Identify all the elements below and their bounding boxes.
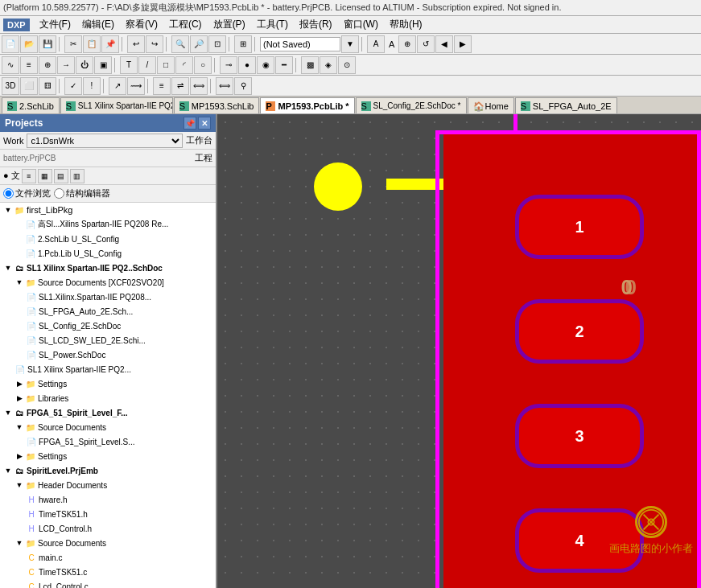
tree-item-source-docs-sl1[interactable]: ▼ 📁 Source Documents [XCF02SVO20] (0, 275, 216, 290)
inspect-btn[interactable]: ⚲ (234, 77, 252, 95)
tree-item-spartan-pq208[interactable]: 📄 高Sl...Xilins Spartan-IIE PQ208 Re... (0, 217, 216, 232)
measure-btn[interactable]: ⟺ (216, 77, 233, 95)
forward-btn[interactable]: ▶ (454, 35, 472, 53)
fill-btn[interactable]: ▩ (301, 56, 319, 74)
tab-sl-config[interactable]: S SL_Config_2E.SchDoc * (356, 97, 467, 113)
tree-item-first-libpkg[interactable]: ▼ 📁 first_LibPkg (0, 203, 216, 217)
menu-tools[interactable]: 工具(T) (252, 16, 293, 33)
cross-btn[interactable]: ⊕ (398, 35, 416, 53)
tree-item-lcd-control-h[interactable]: H LCD_Control.h (0, 521, 216, 536)
track-btn[interactable]: ━ (275, 56, 293, 74)
tree-item-fpga-sch[interactable]: 📄 SL_FPGA_Auto_2E.Sch... (0, 304, 216, 319)
tree-item-lcd-control-c[interactable]: C Lcd_Control.c (0, 579, 216, 588)
arc-btn[interactable]: ◜ (175, 56, 193, 74)
cut-btn[interactable]: ✂ (64, 35, 82, 53)
menu-project[interactable]: 工程(C) (164, 16, 207, 33)
tab-sl1-spartan[interactable]: S SL1 Xilinx Spartan-IIE PQ208 Rev1.01.S… (60, 97, 173, 113)
tree-item-main-c[interactable]: C main.c (0, 550, 216, 565)
comp-btn[interactable]: ▣ (94, 56, 112, 74)
tree-item-sl1-sch[interactable]: 📄 SL1.Xilinx.Spartan-IIE PQ208... (0, 290, 216, 304)
autoroute-btn[interactable]: ⟿ (127, 77, 145, 95)
menu-view[interactable]: 察看(V) (121, 16, 163, 33)
zoom-in-btn[interactable]: 🔍 (171, 35, 189, 53)
back-btn[interactable]: ◀ (435, 35, 453, 53)
port-btn[interactable]: → (57, 56, 75, 74)
tab-mp1593-pcblib[interactable]: P MP1593.PcbLib * (260, 97, 354, 113)
spread-btn[interactable]: ⇌ (171, 77, 189, 95)
tree-item-1pcblib[interactable]: 📄 1.Pcb.Lib U_SL_Config (0, 246, 216, 261)
tree-item-header-docs[interactable]: ▼ 📁 Header Documents (0, 478, 216, 492)
search-btn[interactable]: A (367, 35, 385, 53)
erc-btn[interactable]: ! (83, 77, 101, 95)
dropdown-btn[interactable]: ▼ (341, 35, 359, 53)
wire-btn[interactable]: ∿ (2, 56, 19, 74)
edit-btn-2[interactable]: ▦ (38, 169, 52, 183)
panel-close-btn[interactable]: ✕ (198, 117, 211, 130)
panel-pin-btn[interactable]: 📌 (183, 117, 196, 130)
flip-btn[interactable]: ⟺ (190, 77, 208, 95)
net-btn[interactable]: ⊕ (39, 56, 56, 74)
tree-item-sl1-project[interactable]: ▼ 🗂 SL1 Xilinx Spartan-IIE PQ2..SchDoc (0, 261, 216, 275)
menu-help[interactable]: 帮助(H) (385, 16, 427, 33)
tree-item-2schlib[interactable]: 📄 2.SchLib U_SL_Config (0, 232, 216, 246)
open-btn[interactable]: 📂 (20, 35, 38, 53)
align-btn[interactable]: ≡ (153, 77, 171, 95)
zoom-out-btn[interactable]: 🔎 (190, 35, 208, 53)
tree-item-power-sch[interactable]: 📄 SL_Power.SchDoc (0, 347, 216, 362)
edit-btn-1[interactable]: ≡ (22, 169, 36, 183)
tree-item-config-sch[interactable]: 📄 SL_Config_2E.SchDoc (0, 319, 216, 333)
copy-btn[interactable]: 📋 (83, 35, 101, 53)
tree-item-fpga51-sch[interactable]: 📄 FPGA_51_Spirit_Level.S... (0, 434, 216, 449)
tab-2schlib[interactable]: S 2.SchLib (2, 97, 60, 113)
menu-place[interactable]: 放置(P) (208, 16, 250, 33)
not-saved-input[interactable] (260, 37, 340, 51)
drc-btn[interactable]: ✓ (64, 77, 82, 95)
menu-reports[interactable]: 报告(R) (295, 16, 337, 33)
grid-btn[interactable]: ⊞ (234, 35, 252, 53)
bus-btn[interactable]: ≡ (20, 56, 38, 74)
route-btn[interactable]: ↗ (109, 77, 126, 95)
board-btn[interactable]: ⬜ (20, 77, 38, 95)
workspace-select[interactable]: c1.DsnWrk (27, 134, 183, 148)
edit-btn-4[interactable]: ▥ (70, 169, 85, 183)
tree-item-settings-sl1[interactable]: ▶ 📁 Settings (0, 376, 216, 391)
copper-btn[interactable]: ◈ (320, 56, 337, 74)
paste-btn[interactable]: 📌 (101, 35, 119, 53)
new-btn[interactable]: 📄 (2, 35, 19, 53)
refresh-btn[interactable]: ↺ (417, 35, 435, 53)
power-btn[interactable]: ⏻ (76, 56, 93, 74)
tree-item-timetsk51-c[interactable]: C TimeTSK51.c (0, 565, 216, 579)
redo-btn[interactable]: ↪ (146, 35, 163, 53)
tree-item-source-docs-fpga[interactable]: ▼ 📁 Source Documents (0, 420, 216, 434)
tree-item-settings-fpga[interactable]: ▶ 📁 Settings (0, 449, 216, 463)
rect-btn[interactable]: □ (157, 56, 175, 74)
filter-structure-editor[interactable]: 结构编辑器 (54, 187, 110, 199)
hole-btn[interactable]: ⊙ (338, 56, 356, 74)
tree-item-hware-h[interactable]: H hware.h (0, 492, 216, 507)
save-btn[interactable]: 💾 (39, 35, 56, 53)
tree-item-sl1-doc[interactable]: 📄 SL1 Xilinx Spartan-IIE PQ2... (0, 362, 216, 376)
tab-sl-fpga[interactable]: S SL_FPGA_Auto_2E (515, 97, 617, 113)
undo-btn[interactable]: ↩ (127, 35, 145, 53)
3d-btn[interactable]: 3D (2, 77, 19, 95)
menu-file[interactable]: 文件(F) (35, 16, 76, 33)
tree-item-lcd-sch[interactable]: 📄 SL_LCD_SW_LED_2E.Schi... (0, 333, 216, 347)
line-btn[interactable]: / (138, 56, 156, 74)
menu-edit[interactable]: 编辑(E) (77, 16, 119, 33)
pad-btn[interactable]: ● (238, 56, 256, 74)
tree-item-spiritlevel-project[interactable]: ▼ 🗂 SpiritLevel.PrjEmb (0, 463, 216, 478)
tree-item-timetsk51-h[interactable]: H TimeTSK51.h (0, 507, 216, 521)
edit-btn-3[interactable]: ▤ (54, 169, 68, 183)
tree-item-libraries[interactable]: ▶ 📁 Libraries (0, 391, 216, 405)
menu-window[interactable]: 窗口(W) (339, 16, 383, 33)
tab-mp1593-schlib[interactable]: S MP1593.SchLib (174, 97, 260, 113)
zoom-fit-btn[interactable]: ⊡ (208, 35, 226, 53)
layer-btn[interactable]: ⚅ (39, 77, 56, 95)
tab-home[interactable]: 🏠 Home (468, 97, 514, 113)
dxp-logo[interactable]: DXP (3, 19, 30, 31)
tree-item-source-docs-spirit[interactable]: ▼ 📁 Source Documents (0, 536, 216, 550)
pin-btn[interactable]: ⊸ (220, 56, 237, 74)
pcb-canvas[interactable]: 0 1 2 3 4 0 (217, 114, 701, 588)
text-btn[interactable]: T (120, 56, 138, 74)
tree-item-fpga-project[interactable]: ▼ 🗂 FPGA_51_Spirit_Level_F... (0, 405, 216, 420)
